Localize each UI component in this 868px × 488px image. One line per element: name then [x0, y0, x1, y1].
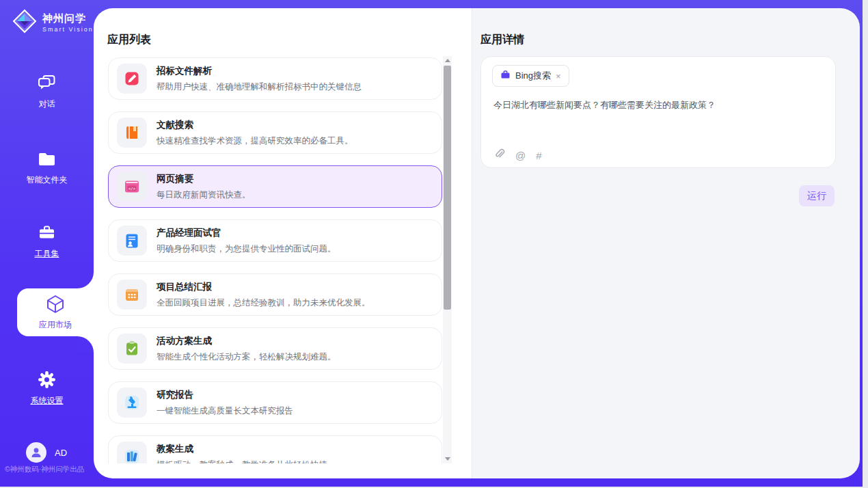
- brand-logo: 神州问学 Smart Vision: [12, 9, 94, 36]
- app-card-pm-interviewer[interactable]: 产品经理面试官 明确身份和职责，为您提供专业性的面试问题。: [108, 219, 442, 262]
- sidebar-item-app-market-active[interactable]: 应用市场: [17, 288, 94, 336]
- app-name: 教案生成: [157, 443, 327, 455]
- sidebar: 神州问学 Smart Vision 对话 智能文件夹: [0, 0, 94, 487]
- sidebar-item-label: 应用市场: [39, 319, 72, 331]
- app-desc: 每日政府新闻资讯快查。: [157, 189, 251, 201]
- app-card-lesson-plan[interactable]: 教案生成 模板驱动，教案秒成，教学准备从此轻松快捷: [108, 435, 442, 463]
- browser-code-icon: </>: [117, 172, 147, 202]
- cube-icon: [45, 294, 66, 317]
- close-icon[interactable]: ×: [556, 72, 561, 81]
- bubble-curve-top: [77, 272, 94, 288]
- app-desc: 全面回顾项目进展，总结经验教训，助力未来优化发展。: [157, 297, 370, 309]
- scroll-down-icon[interactable]: [443, 455, 452, 463]
- run-button[interactable]: 运行: [799, 185, 835, 206]
- scrollbar-thumb[interactable]: [444, 66, 451, 310]
- sidebar-item-label: 系统设置: [0, 395, 94, 407]
- user-initials: AD: [55, 448, 67, 458]
- list-scrollbar[interactable]: [443, 56, 452, 463]
- bubble-curve-bottom: [77, 336, 94, 353]
- sidebar-item-smart-folder[interactable]: 智能文件夹: [0, 150, 94, 186]
- app-name: 网页摘要: [157, 173, 251, 185]
- app-card-event-plan[interactable]: 活动方案生成 智能生成个性化活动方案，轻松解决规划难题。: [108, 327, 442, 370]
- app-desc: 明确身份和职责，为您提供专业性的面试问题。: [157, 243, 336, 255]
- chat-icon: [38, 83, 56, 94]
- app-desc: 帮助用户快速、准确地理解和解析招标书中的关键信息: [157, 81, 362, 93]
- sidebar-item-chat[interactable]: 对话: [0, 74, 94, 110]
- app-window: 神州问学 Smart Vision 对话 智能文件夹: [0, 0, 863, 487]
- gear-icon: [38, 379, 56, 391]
- app-name: 研究报告: [157, 389, 293, 401]
- prompt-input[interactable]: 今日湖北有哪些新闻要点？有哪些需要关注的最新政策？: [493, 99, 822, 111]
- user-row: AD: [26, 442, 67, 463]
- mention-icon[interactable]: @: [515, 150, 526, 161]
- copyright-text: ©神州数码·神州问学出品: [5, 465, 94, 474]
- brand-tagline: Smart Vision: [42, 26, 94, 33]
- folder-icon: [38, 159, 56, 170]
- app-card-bid-parse[interactable]: 招标文件解析 帮助用户快速、准确地理解和解析招标书中的关键信息: [108, 57, 442, 100]
- toolbox-icon: [38, 232, 56, 244]
- app-detail-panel: 应用详情 Bing搜索 × 今日湖北有哪些新闻要点？有哪些需要关注的最新政策？: [472, 8, 860, 478]
- app-name: 产品经理面试官: [157, 227, 336, 239]
- diamond-logo-icon: [12, 9, 37, 36]
- sidebar-item-label: 智能文件夹: [0, 174, 94, 186]
- prompt-editor-card[interactable]: Bing搜索 × 今日湖北有哪些新闻要点？有哪些需要关注的最新政策？ @ #: [480, 56, 836, 168]
- app-desc: 智能生成个性化活动方案，轻松解决规划难题。: [157, 351, 336, 363]
- book-icon: [117, 118, 147, 148]
- app-list-panel: 应用列表 招标文件解析 帮助用户快速、准确地理解和解析招标书中的关键信息: [94, 8, 472, 478]
- paperclip-icon[interactable]: [493, 148, 505, 163]
- app-detail-title: 应用详情: [480, 33, 524, 47]
- microscope-icon: [117, 388, 147, 418]
- app-desc: 模板驱动，教案秒成，教学准备从此轻松快捷: [157, 459, 327, 464]
- brand-name: 神州问学: [42, 12, 86, 24]
- app-card-research-report[interactable]: 研究报告 一键智能生成高质量长文本研究报告: [108, 381, 442, 424]
- app-name: 文献搜索: [157, 119, 353, 131]
- app-name: 活动方案生成: [157, 335, 336, 347]
- sidebar-item-label: 对话: [0, 98, 94, 110]
- main-content: 应用列表 招标文件解析 帮助用户快速、准确地理解和解析招标书中的关键信息: [94, 8, 860, 478]
- sidebar-item-settings[interactable]: 系统设置: [0, 370, 94, 407]
- app-name: 项目总结汇报: [157, 281, 370, 293]
- app-card-literature-search[interactable]: 文献搜索 快速精准查找学术资源，提高研究效率的必备工具。: [108, 111, 442, 154]
- sidebar-item-label: 工具集: [0, 248, 94, 260]
- books-icon: [117, 442, 147, 463]
- svg-text:</>: </>: [128, 187, 136, 191]
- app-card-list: 招标文件解析 帮助用户快速、准确地理解和解析招标书中的关键信息 文献搜索: [108, 57, 442, 463]
- hash-icon[interactable]: #: [536, 150, 541, 161]
- briefcase-icon: [500, 70, 511, 82]
- app-name: 招标文件解析: [157, 65, 362, 77]
- clipboard-check-icon: [117, 334, 147, 364]
- sidebar-item-toolset[interactable]: 工具集: [0, 223, 94, 260]
- attach-toolbar: @ #: [493, 148, 542, 163]
- app-list-title: 应用列表: [107, 33, 151, 47]
- resume-icon: [117, 226, 147, 256]
- user-avatar[interactable]: [26, 442, 46, 463]
- calendar-icon: [117, 280, 147, 310]
- tool-tag-bing-search: Bing搜索 ×: [492, 65, 569, 87]
- app-card-web-summary-selected[interactable]: </> 网页摘要 每日政府新闻资讯快查。: [108, 165, 442, 208]
- app-desc: 一键智能生成高质量长文本研究报告: [157, 405, 293, 417]
- app-desc: 快速精准查找学术资源，提高研究效率的必备工具。: [157, 135, 353, 147]
- scroll-up-icon[interactable]: [443, 56, 452, 65]
- tool-tag-label: Bing搜索: [515, 70, 551, 82]
- memo-pen-icon: [117, 64, 147, 94]
- app-card-project-summary[interactable]: 项目总结汇报 全面回顾项目进展，总结经验教训，助力未来优化发展。: [108, 273, 442, 316]
